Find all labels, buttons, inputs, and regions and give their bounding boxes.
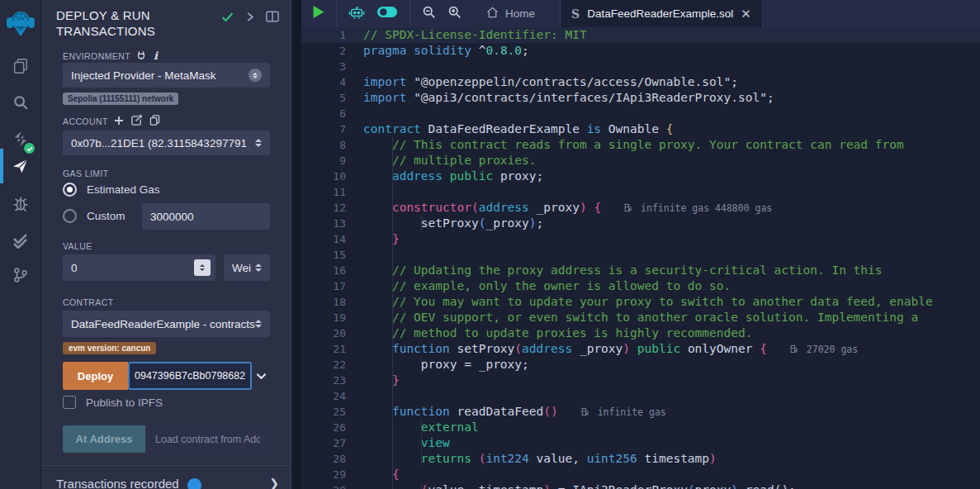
deploy-run-icon[interactable]: [0, 151, 41, 181]
copy-account-icon[interactable]: [149, 115, 160, 127]
code-line: 22 proxy = _proxy;: [301, 357, 980, 373]
add-account-icon[interactable]: [114, 116, 124, 127]
line-number: 11: [301, 184, 346, 200]
custom-gas-label: Custom: [87, 210, 125, 222]
deploy-button[interactable]: Deploy: [63, 362, 128, 390]
code-line: 28 returns (int224 value, uint256 timest…: [301, 451, 980, 467]
transactions-recorded-row[interactable]: Transactions recorded ❯: [56, 477, 279, 489]
line-number: 4: [301, 74, 346, 90]
zoom-out-icon[interactable]: [422, 5, 436, 22]
at-address-input[interactable]: [145, 425, 270, 453]
gas-estimate-annotation: 27020 gas: [790, 344, 858, 355]
zoom-in-icon[interactable]: [447, 5, 462, 22]
deploy-expand-chevron-icon[interactable]: [252, 362, 270, 390]
line-number: 29: [301, 467, 346, 482]
line-number: 7: [301, 121, 346, 137]
line-number: 10: [301, 169, 346, 184]
line-number: 26: [301, 420, 346, 435]
code-line: 30 (value, timestamp) = IApi3ReaderProxy…: [301, 482, 980, 489]
search-icon[interactable]: [0, 88, 41, 117]
code-line: 4import "@openzeppelin/contracts/access/…: [301, 74, 980, 90]
sign-message-icon[interactable]: [131, 115, 142, 127]
estimated-gas-radio[interactable]: [63, 183, 77, 197]
line-number: 25: [301, 404, 346, 420]
code-line: 5import "@api3/contracts/interfaces/IApi…: [301, 90, 980, 106]
account-value: 0x07b...21DE1 (82.3115843297791: [71, 137, 247, 150]
estimated-gas-option[interactable]: Estimated Gas: [63, 183, 160, 197]
code-line: 29 {: [301, 467, 980, 482]
value-unit: Wei: [232, 262, 251, 274]
file-explorer-icon[interactable]: [0, 51, 41, 81]
value-stepper[interactable]: [194, 259, 211, 276]
line-number: 24: [301, 388, 346, 404]
code-line: 12 constructor(address _proxy) { infinit…: [301, 200, 980, 216]
remix-logo-icon[interactable]: [0, 5, 41, 41]
solidity-compiler-icon[interactable]: [0, 122, 41, 155]
custom-gas-radio[interactable]: [63, 209, 77, 223]
code-line: 17 // example, only the owner is allowed…: [301, 278, 980, 294]
environment-caret-icon: [249, 69, 262, 82]
line-number: 27: [301, 435, 346, 451]
tab-datafeedreaderexample[interactable]: S DataFeedReaderExample.sol ✕: [560, 0, 763, 27]
code-line: 15: [301, 247, 980, 263]
info-icon[interactable]: i: [154, 50, 158, 62]
code-line: 14 }: [301, 231, 980, 247]
publish-ipfs-checkbox[interactable]: [63, 396, 76, 409]
code-line: 16 // Updating the proxy address is a se…: [301, 263, 980, 278]
line-number: 13: [301, 216, 346, 231]
line-number: 21: [301, 341, 346, 357]
gas-estimate-annotation: infinite gas: [581, 406, 666, 418]
code-line: 6: [301, 106, 980, 121]
code-line: 27 view: [301, 435, 980, 451]
code-line: 3: [301, 59, 980, 74]
transactions-expand-icon[interactable]: ❯: [269, 477, 279, 489]
code-area[interactable]: 1// SPDX-License-Identifier: MIT2pragma …: [301, 27, 980, 489]
git-icon[interactable]: [0, 260, 41, 290]
code-line: 26 external: [301, 420, 980, 435]
tab-home[interactable]: Home: [473, 7, 548, 21]
panel-layout-icon[interactable]: [266, 11, 279, 26]
line-number: 12: [301, 200, 346, 216]
publish-ipfs-label: Publish to IPFS: [86, 396, 163, 409]
tab-close-icon[interactable]: ✕: [741, 7, 751, 20]
unit-testing-icon[interactable]: [0, 224, 41, 254]
line-number: 16: [301, 263, 346, 278]
account-label: ACCOUNT: [63, 116, 108, 126]
line-number: 17: [301, 278, 346, 294]
line-number: 15: [301, 247, 346, 263]
value-unit-select[interactable]: Wei: [224, 254, 270, 281]
plug-icon[interactable]: [136, 50, 146, 62]
account-select[interactable]: 0x07b...21DE1 (82.3115843297791: [63, 131, 270, 155]
gas-limit-label: GAS LIMIT: [63, 169, 109, 178]
publish-ipfs-option[interactable]: Publish to IPFS: [63, 396, 163, 409]
network-badge: Sepolia (11155111) network: [63, 93, 178, 105]
contract-label: CONTRACT: [63, 297, 114, 307]
code-line: 7contract DataFeedReaderExample is Ownab…: [301, 121, 980, 137]
gas-estimate-annotation: infinite gas 448800 gas: [624, 202, 772, 214]
panel-resize-handle[interactable]: [292, 0, 301, 489]
custom-gas-option[interactable]: Custom: [63, 209, 125, 223]
line-number: 30: [301, 482, 346, 489]
code-line: 25 function readDataFeed() infinite gas: [301, 404, 980, 420]
value-input[interactable]: [63, 254, 194, 281]
deploy-args-input[interactable]: [128, 362, 252, 390]
contract-select[interactable]: DataFeedReaderExample - contracts: [63, 311, 270, 337]
value-label: VALUE: [63, 241, 92, 251]
custom-gas-input[interactable]: [142, 203, 291, 230]
panel-title: DEPLOY & RUN TRANSACTIONS: [56, 7, 196, 39]
home-icon: [486, 7, 499, 21]
at-address-button[interactable]: At Address: [63, 425, 145, 453]
copilot-toggle[interactable]: [376, 6, 398, 21]
remix-ide-window: DEPLOY & RUN TRANSACTIONS ENVIRONMENT: [0, 0, 980, 489]
environment-select[interactable]: Injected Provider - MetaMask: [63, 63, 270, 88]
panel-pin-chevron-icon[interactable]: [246, 11, 254, 26]
estimated-gas-label: Estimated Gas: [87, 183, 160, 196]
line-number: 22: [301, 357, 346, 373]
copilot-robot-icon[interactable]: [348, 5, 365, 23]
environment-value: Injected Provider - MetaMask: [71, 69, 216, 82]
code-line: 19 // OEV support, or even switch to ano…: [301, 310, 980, 325]
run-script-icon[interactable]: [313, 6, 324, 21]
line-number: 1: [301, 27, 346, 43]
debugger-icon[interactable]: [0, 189, 41, 219]
home-label: Home: [505, 7, 535, 20]
